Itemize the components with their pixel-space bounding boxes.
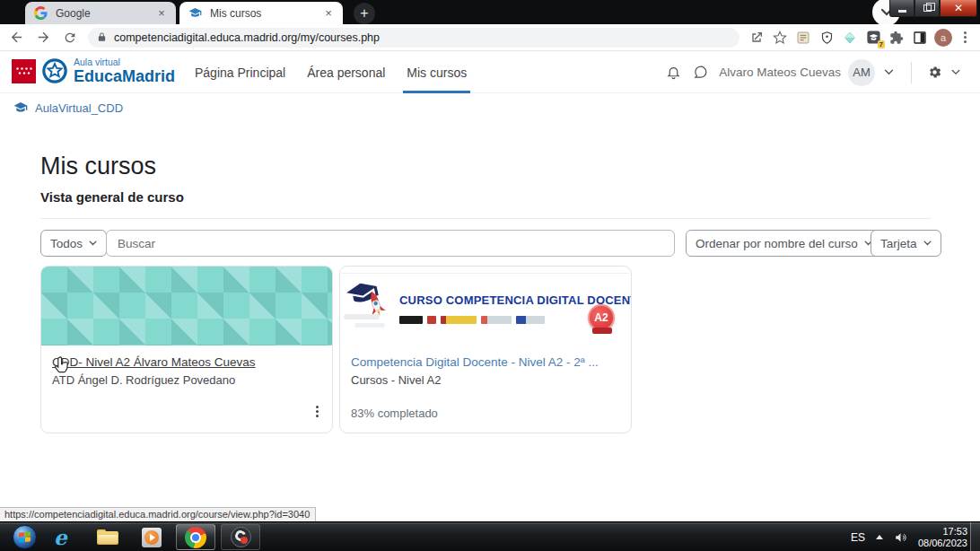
- chevron-down-icon: [884, 69, 894, 75]
- browser-tab-mis-cursos[interactable]: Mis cursos ×: [179, 2, 343, 24]
- graduation-cap-icon: [188, 6, 203, 21]
- extension-side-panel[interactable]: [910, 28, 930, 48]
- hidden-icons-arrow[interactable]: [876, 535, 883, 539]
- status-bar-url: https://competenciadigital.educa.madrid.…: [0, 507, 316, 522]
- user-name[interactable]: Alvaro Mateos Cuevas: [719, 66, 841, 79]
- course-title-link[interactable]: Competencia Digital Docente - Nivel A2 -…: [351, 355, 599, 369]
- start-button[interactable]: [13, 524, 37, 550]
- extension-badge-count: 7: [878, 40, 885, 48]
- show-desktop-button[interactable]: [970, 522, 980, 551]
- view-dropdown[interactable]: Tarjeta: [871, 230, 941, 257]
- site-header: Aula virtual EducaMadrid Página Principa…: [0, 51, 980, 93]
- course-progress: 83% completado: [351, 407, 438, 420]
- bookmark-button[interactable]: [770, 28, 790, 48]
- nav-pagina-principal[interactable]: Página Principal: [184, 51, 296, 93]
- tray-date: 08/06/2023: [918, 538, 967, 549]
- close-window-button[interactable]: ✕: [940, 0, 977, 17]
- tab-close-icon[interactable]: ×: [154, 6, 169, 21]
- view-label: Tarjeta: [880, 237, 917, 250]
- back-button[interactable]: [5, 27, 27, 48]
- tab-close-icon[interactable]: ×: [321, 6, 336, 21]
- nav-area-personal[interactable]: Área personal: [296, 51, 396, 93]
- taskbar-file-explorer[interactable]: [97, 524, 118, 550]
- course-title-link[interactable]: CDD- Nivel A2 Álvaro Mateos Cuevas: [52, 355, 256, 369]
- kebab-icon: [316, 406, 319, 408]
- filter-row: Todos Ordenar por nombre del curso Tarje…: [40, 230, 931, 257]
- search-input[interactable]: [106, 230, 675, 257]
- extension-gem[interactable]: [840, 28, 860, 48]
- notifications-button[interactable]: [661, 61, 685, 84]
- tab-title: Mis cursos: [210, 7, 321, 20]
- browser-profile-avatar[interactable]: a: [934, 29, 952, 47]
- extensions-menu-button[interactable]: [887, 28, 906, 48]
- split-square-icon: [913, 31, 927, 45]
- tab-title: Google: [56, 7, 154, 20]
- share-button[interactable]: [747, 28, 766, 48]
- forward-arrow-icon: [36, 30, 51, 45]
- chat-bubble-icon: [693, 65, 708, 80]
- group-filter-dropdown[interactable]: Todos: [40, 230, 107, 257]
- course-image[interactable]: [41, 267, 332, 345]
- google-icon: [34, 6, 48, 21]
- lock-icon: [97, 31, 107, 43]
- reload-icon: [63, 31, 77, 45]
- folder-icon: [97, 529, 118, 545]
- new-tab-button[interactable]: +: [354, 3, 375, 24]
- messages-button[interactable]: [688, 61, 712, 84]
- url-text: competenciadigital.educa.madrid.org/my/c…: [114, 31, 380, 44]
- course-card-body: CDD- Nivel A2 Álvaro Mateos Cuevas ATD Á…: [41, 345, 332, 395]
- puzzle-icon: [889, 31, 904, 45]
- address-bar[interactable]: competenciadigital.educa.madrid.org/my/c…: [88, 28, 739, 48]
- sort-dropdown[interactable]: Ordenar por nombre del curso: [686, 230, 882, 257]
- cloud-shape: [344, 314, 380, 319]
- language-indicator[interactable]: ES: [851, 531, 865, 544]
- taskbar-obs[interactable]: [221, 524, 260, 550]
- taskbar-media-player[interactable]: [142, 524, 162, 550]
- browser-tab-google[interactable]: Google ×: [25, 2, 176, 24]
- kebab-icon: [964, 31, 967, 34]
- notebook-icon: [796, 31, 810, 45]
- intef-logo: [427, 316, 436, 324]
- speaker-icon[interactable]: [894, 531, 907, 544]
- badge-ribbon: [592, 328, 612, 334]
- forward-button[interactable]: [32, 27, 54, 48]
- window-titlebar: Google × Mis cursos × + ✕: [0, 0, 980, 24]
- course-card[interactable]: CURSO COMPETENCIA DIGITAL DOCENTE A2 Com…: [339, 266, 632, 433]
- extension-reading-list[interactable]: [793, 28, 813, 48]
- window-controls: ✕: [889, 0, 977, 17]
- reload-button[interactable]: [59, 27, 81, 48]
- restore-button[interactable]: [914, 0, 940, 17]
- user-avatar[interactable]: AM: [848, 59, 875, 86]
- course-image[interactable]: CURSO COMPETENCIA DIGITAL DOCENTE A2: [340, 267, 631, 345]
- plan-recuperacion-logo: [481, 316, 512, 324]
- teal-pattern-image: [41, 267, 332, 345]
- user-menu-button[interactable]: [877, 61, 900, 84]
- course-card[interactable]: CDD- Nivel A2 Álvaro Mateos Cuevas ATD Á…: [40, 266, 333, 433]
- course-category: ATD Ángel D. Rodríguez Povedano: [52, 373, 321, 387]
- taskbar: e ES 17:53 08/06/2023: [0, 521, 980, 551]
- taskbar-chrome-active[interactable]: [176, 524, 215, 550]
- extension-with-badge[interactable]: 7: [863, 28, 883, 48]
- breadcrumb: AulaVirtual_CDD: [13, 101, 123, 115]
- system-tray: ES 17:53 08/06/2023: [851, 522, 967, 551]
- educamadrid-logo[interactable]: Aula virtual EducaMadrid: [12, 57, 175, 84]
- close-icon: ✕: [954, 2, 963, 14]
- taskbar-internet-explorer[interactable]: e: [54, 524, 67, 550]
- extension-shield[interactable]: [817, 28, 836, 48]
- header-user-area: Alvaro Mateos Cuevas AM: [660, 51, 969, 93]
- nav-mis-cursos[interactable]: Mis cursos: [396, 51, 477, 93]
- star-icon: [773, 31, 787, 45]
- internet-explorer-icon: e: [54, 527, 67, 547]
- clock[interactable]: 17:53 08/06/2023: [918, 526, 967, 549]
- minimize-button[interactable]: [889, 0, 914, 17]
- graduation-cap-icon: [13, 101, 29, 115]
- minimize-icon: [898, 10, 906, 13]
- settings-menu-button[interactable]: [944, 61, 967, 84]
- browser-menu-button[interactable]: [957, 28, 973, 48]
- breadcrumb-link[interactable]: AulaVirtual_CDD: [35, 101, 123, 115]
- settings-button[interactable]: [923, 61, 946, 84]
- share-icon: [749, 31, 764, 45]
- course-menu-button[interactable]: [313, 403, 321, 420]
- bell-icon: [666, 65, 681, 80]
- brand-text: Aula virtual EducaMadrid: [74, 57, 175, 84]
